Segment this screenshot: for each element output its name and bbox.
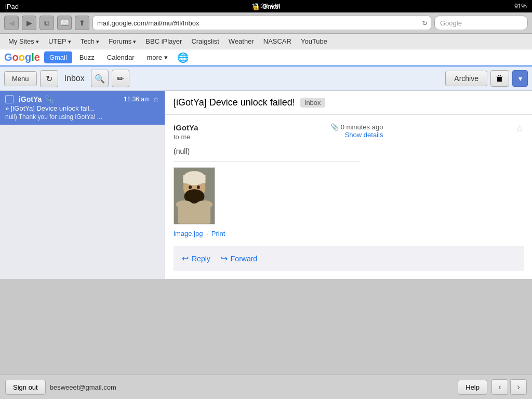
bookmark-craigslist[interactable]: Craigslist [187, 36, 223, 47]
attachment-links: image.jpg - Print [174, 230, 524, 237]
inbox-badge: Inbox [300, 98, 325, 108]
reply-button[interactable]: ↩ Reply [182, 254, 210, 263]
email-body: iGotYa to me 📎 0 minutes ago Show detail… [165, 115, 532, 279]
email-list-item[interactable]: iGotYa 📎 11:36 am ☆ » [iGotYa] Device un… [0, 91, 165, 125]
more-actions-button[interactable]: ▾ [512, 70, 528, 87]
refresh-button[interactable]: ↻ [40, 70, 58, 87]
bookmark-nascar[interactable]: NASCAR [259, 36, 296, 47]
attachment-separator: - [206, 230, 208, 237]
star-button[interactable]: ☆ [515, 123, 524, 135]
trash-icon: 🗑 [496, 74, 504, 83]
email-preview: null) Thank you for using iGotYa! ... [5, 113, 159, 121]
email-metadata: iGotYa to me 📎 0 minutes ago Show detail… [174, 123, 524, 141]
attachment-icon: 📎 [45, 95, 54, 103]
search-icon: 🔍 [95, 74, 105, 84]
email-sidebar: iGotYa 📎 11:36 am ☆ » [iGotYa] Device un… [0, 91, 165, 279]
email-body-text: (null) [174, 147, 524, 155]
reply-label: Reply [192, 255, 210, 263]
forward-label: Forward [231, 255, 257, 263]
tabs-button[interactable]: ⧉ [39, 16, 54, 30]
refresh-button[interactable]: ↻ [422, 19, 428, 27]
email-subject-heading: [iGotYa] Device unlock failed! [174, 97, 295, 108]
reply-arrow-icon: ↩ [182, 254, 189, 263]
status-time-center: 11:36 AM [252, 2, 281, 10]
globe-icon: 🌐 [177, 52, 189, 63]
address-bar[interactable]: mail.google.com/mail/mu/#tl/Inbox ↻ [92, 16, 431, 30]
email-sender: iGotYa [19, 95, 42, 103]
email-from-name: iGotYa [174, 123, 198, 132]
svg-point-5 [197, 185, 200, 189]
back-button[interactable]: ◀ [4, 16, 19, 30]
email-time-area: 📎 0 minutes ago Show details [330, 123, 383, 139]
user-email: besweeet@gmail.com [50, 383, 454, 391]
svg-point-10 [196, 201, 212, 209]
address-text: mail.google.com/mail/mu/#tl/Inbox [97, 19, 415, 27]
bookmark-youtube[interactable]: YouTube [297, 36, 331, 47]
signout-button[interactable]: Sign out [5, 380, 46, 395]
print-link[interactable]: Print [211, 230, 225, 237]
bookmarks-bar: My Sites UTEP Tech Forums BBC iPlayer Cr… [0, 34, 532, 49]
help-button[interactable]: Help [458, 380, 487, 395]
image-link[interactable]: image.jpg [174, 230, 203, 237]
email-to-line: to me [174, 133, 198, 141]
email-divider [174, 162, 361, 162]
svg-rect-3 [183, 175, 206, 183]
svg-point-4 [189, 185, 192, 189]
tab-gmail[interactable]: Gmail [44, 51, 72, 63]
bookmark-utep[interactable]: UTEP [44, 36, 75, 47]
reply-bar: ↩ Reply ↪ Forward [174, 246, 524, 271]
email-subject-preview: » [iGotYa] Device unlock fail... [5, 104, 159, 112]
email-view: [iGotYa] Device unlock failed! Inbox iGo… [165, 91, 532, 279]
bookmark-forums[interactable]: Forums [104, 36, 140, 47]
email-checkbox[interactable] [5, 95, 14, 103]
pagination-controls: ‹ › [491, 379, 527, 395]
show-details-link[interactable]: Show details [330, 131, 383, 139]
bottom-bar: Sign out besweeet@gmail.com Help ‹ › [0, 375, 532, 399]
prev-page-button[interactable]: ‹ [491, 379, 508, 395]
main-content: iGotYa 📎 11:36 am ☆ » [iGotYa] Device un… [0, 91, 532, 279]
forward-arrow-icon: ↪ [221, 254, 228, 263]
inbox-label: Inbox [64, 74, 85, 83]
tab-more[interactable]: more ▾ [142, 51, 173, 63]
browser-chrome: ◀ ▶ ⧉ 📖 ⬆ mail.google.com/mail/mu/#tl/In… [0, 12, 532, 34]
search-bar[interactable]: Google [434, 16, 528, 30]
chevron-down-icon: ▾ [518, 74, 522, 83]
email-attachment-image [174, 167, 215, 224]
google-logo: Google [4, 51, 40, 63]
menu-button[interactable]: Menu [4, 71, 37, 86]
search-button[interactable]: 🔍 [91, 70, 109, 87]
attachment-meta-icon: 📎 0 minutes ago [330, 123, 383, 131]
bookmarks-button[interactable]: 📖 [57, 16, 72, 30]
forward-button[interactable]: ▶ [22, 16, 36, 30]
email-subject-bar: [iGotYa] Device unlock failed! Inbox [165, 91, 532, 115]
google-toolbar: Google Gmail Buzz Calendar more ▾ 🌐 [0, 49, 532, 66]
tab-buzz[interactable]: Buzz [74, 51, 100, 63]
battery-status: 91% [514, 3, 527, 10]
next-page-button[interactable]: › [510, 379, 527, 395]
tab-calendar[interactable]: Calendar [102, 51, 140, 63]
archive-button[interactable]: Archive [445, 71, 487, 86]
bookmark-my-sites[interactable]: My Sites [4, 36, 43, 47]
bookmark-tech[interactable]: Tech [76, 36, 104, 47]
compose-icon: ✏ [117, 74, 124, 84]
compose-button[interactable]: ✏ [112, 70, 129, 87]
device-name: iPad [5, 3, 19, 10]
bookmark-bbc[interactable]: BBC iPlayer [141, 36, 186, 47]
svg-point-9 [176, 201, 192, 209]
share-button[interactable]: ⬆ [75, 16, 89, 30]
gmail-toolbar: Menu ↻ Inbox 🔍 ✏ Archive 🗑 ▾ [0, 66, 532, 91]
search-placeholder: Google [440, 19, 462, 27]
attachment-svg [174, 167, 215, 224]
delete-button[interactable]: 🗑 [490, 70, 509, 87]
bookmark-weather[interactable]: Weather [224, 36, 258, 47]
time-display: 11:36 AM [252, 2, 281, 10]
forward-button[interactable]: ↪ Forward [221, 254, 257, 263]
email-time: 11:36 am [124, 96, 150, 103]
email-from-section: iGotYa to me [174, 123, 198, 141]
star-icon[interactable]: ☆ [153, 95, 159, 103]
